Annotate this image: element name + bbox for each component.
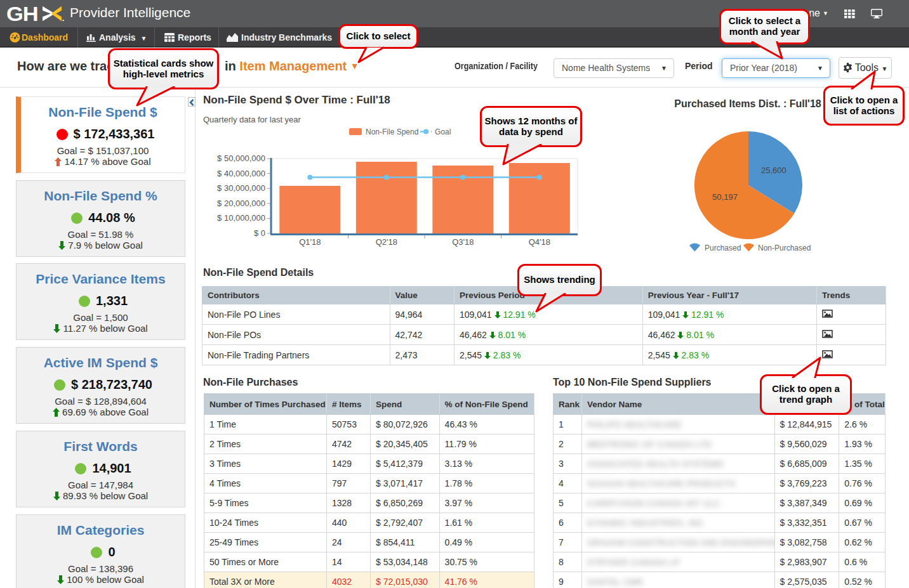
svg-text:$ 30,000,000: $ 30,000,000 bbox=[217, 183, 265, 193]
svg-text:Q2'18: Q2'18 bbox=[376, 237, 397, 247]
svg-text:$ 0: $ 0 bbox=[254, 228, 265, 238]
svg-text:$ 20,000,000: $ 20,000,000 bbox=[217, 199, 265, 208]
svg-text:Q4'18: Q4'18 bbox=[529, 237, 550, 247]
svg-text:Q3'18: Q3'18 bbox=[452, 237, 474, 247]
svg-text:Q1'18: Q1'18 bbox=[299, 237, 321, 247]
svg-text:Non-File Spend: Non-File Spend bbox=[366, 127, 418, 136]
svg-text:25,600: 25,600 bbox=[761, 166, 786, 175]
svg-text:Non-Purchased: Non-Purchased bbox=[758, 244, 811, 252]
svg-text:$ 50,000,000: $ 50,000,000 bbox=[217, 154, 265, 163]
svg-text:$ 10,000,000: $ 10,000,000 bbox=[217, 213, 265, 223]
svg-text:$ 40,000,000: $ 40,000,000 bbox=[217, 169, 265, 178]
svg-text:Purchased: Purchased bbox=[705, 244, 741, 252]
svg-text:50,197: 50,197 bbox=[712, 192, 738, 202]
svg-text:GH: GH bbox=[6, 5, 38, 22]
svg-text:Goal: Goal bbox=[435, 127, 451, 136]
